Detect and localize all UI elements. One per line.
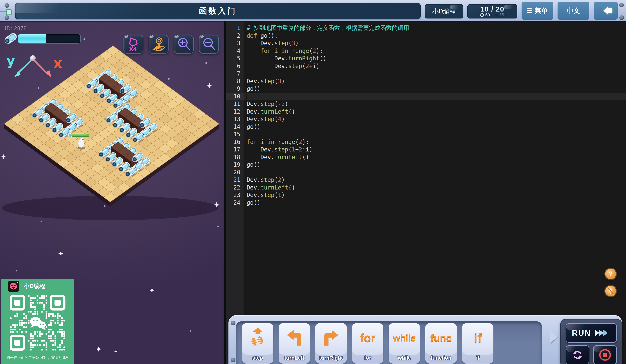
line-number: 24 (226, 199, 243, 206)
code-line[interactable]: 17 Dev.step(1+2*i) (226, 146, 626, 153)
code-editor[interactable]: 1# 找到地图中重复的部分，定义函数，根据需要完成函数的调用2def go():… (224, 21, 626, 364)
code-line[interactable]: 4 for i in range(2): (226, 47, 626, 55)
run-control-panel: RUN (560, 319, 622, 364)
while-icon: while (389, 325, 420, 351)
code-line[interactable]: 5 Dev.turnRight() (226, 55, 626, 62)
qr-panel: ✦ 小D编程 扫一扫上面的二维码图案，加我为朋友 (1, 279, 74, 364)
line-number: 16 (226, 138, 243, 145)
energy-stat: 60 (480, 13, 490, 17)
code-text: Dev.step(-2) (243, 100, 288, 107)
line-number: 14 (226, 123, 243, 130)
app-badge[interactable]: 小D编程 (425, 4, 463, 19)
code-line[interactable]: 13Dev.step(4) (226, 115, 626, 123)
palette-block-label: if (462, 355, 493, 361)
code-line[interactable]: 23Dev.step(1) (226, 191, 626, 199)
back-button[interactable] (594, 2, 618, 20)
back-arrow-icon (599, 6, 612, 15)
line-number: 8 (226, 78, 243, 85)
question-icon: ? (609, 270, 613, 278)
code-line[interactable]: 11Dev.step(-2) (226, 100, 626, 108)
stop-button[interactable] (593, 345, 617, 364)
code-line[interactable]: 22Dev.turnLeft() (226, 184, 626, 191)
language-label: 中文 (567, 6, 580, 15)
screw-icon (4, 15, 9, 20)
turn-right-icon (315, 325, 347, 351)
screw-icon (231, 358, 235, 362)
sparkle-icon: ✦ (16, 281, 19, 285)
svg-text:y: y (6, 53, 15, 68)
code-text: Dev.step(2+i) (243, 63, 319, 69)
palette-block-label: function (425, 355, 457, 361)
for-icon: for (352, 325, 383, 351)
code-line[interactable]: 8Dev.step(3) (226, 77, 626, 85)
code-line[interactable]: 3 Dev.step(3) (226, 39, 626, 47)
code-line[interactable]: 7 (226, 70, 626, 77)
palette-block-turnLeft[interactable]: turnLeft (278, 323, 310, 364)
code-lines[interactable]: 1# 找到地图中重复的部分，定义函数，根据需要完成函数的调用2def go():… (226, 24, 626, 206)
palette-block-label: turnLeft (278, 355, 310, 361)
code-line[interactable]: 19go() (226, 161, 626, 168)
code-text: go() (243, 199, 261, 206)
line-number: 4 (226, 47, 243, 54)
app-window: 函数入门 小D编程 10 / 20 60 19 菜单 中文 yx ID: 287… (0, 0, 626, 364)
palette-block-if[interactable]: ifif (462, 323, 493, 364)
qr-header: ✦ 小D编程 (8, 281, 45, 292)
code-text: Dev.step(3) (243, 40, 299, 47)
code-line[interactable]: 24go() (226, 199, 626, 207)
locate-map-button[interactable] (149, 34, 169, 54)
stop-icon (599, 349, 611, 361)
code-line[interactable]: 12Dev.turnLeft() (226, 108, 626, 116)
step-icon (242, 325, 273, 351)
level-title-plate: 函数入门 (15, 3, 421, 19)
menu-button[interactable]: 菜单 (522, 2, 553, 20)
code-text: def go(): (243, 32, 278, 39)
palette-block-turnRight[interactable]: turnRight (315, 323, 347, 364)
svg-text:x: x (53, 55, 62, 71)
code-line[interactable]: 18 Dev.turnLeft() (226, 153, 626, 161)
line-number: 19 (226, 161, 243, 168)
palette-scroll-chevron-icon[interactable] (550, 330, 557, 343)
code-line[interactable]: 21Dev.step(2) (226, 176, 626, 184)
code-line[interactable]: 16for i in range(2): (226, 138, 626, 146)
palette-block-label: while (389, 355, 420, 361)
level-stats: 60 19 (480, 13, 504, 17)
gem-icon (480, 13, 484, 17)
code-line[interactable]: 9go() (226, 85, 626, 93)
qr-account-name: 小D编程 (24, 282, 45, 290)
language-button[interactable]: 中文 (557, 2, 589, 20)
code-line[interactable]: 2def go(): (226, 32, 626, 40)
palette-block-for[interactable]: forfor (352, 323, 383, 364)
line-number: 22 (226, 184, 243, 191)
screw-icon (4, 3, 9, 8)
code-line[interactable]: 20 (226, 168, 626, 176)
code-line[interactable]: 15 (226, 131, 626, 138)
code-line[interactable]: 10 (226, 93, 626, 100)
code-line[interactable]: 6 Dev.step(2+i) (226, 62, 626, 70)
palette-block-function[interactable]: funcfunction (425, 323, 457, 364)
zoom-out-button[interactable] (199, 34, 219, 54)
screw-icon (231, 321, 235, 325)
code-text: Dev.step(2) (243, 176, 285, 183)
palette-block-label: for (352, 355, 383, 361)
palette-block-label: step (242, 355, 273, 361)
app-badge-label: 小D编程 (432, 7, 456, 16)
mute-button[interactable] (605, 286, 616, 297)
line-number: 12 (226, 108, 243, 115)
line-number: 6 (226, 63, 243, 69)
line-number: 20 (226, 169, 243, 176)
line-number: 11 (226, 100, 243, 107)
code-line[interactable]: 14go() (226, 123, 626, 131)
zoom-in-button[interactable] (174, 34, 194, 54)
palette-block-step[interactable]: step (242, 323, 273, 364)
bell-muted-icon (607, 287, 615, 295)
lines-stat: 19 (495, 13, 504, 17)
text-cursor (247, 94, 247, 100)
level-progress-plate: 10 / 20 60 19 (468, 4, 517, 19)
reset-button[interactable] (566, 345, 589, 364)
code-line[interactable]: 1# 找到地图中重复的部分，定义函数，根据需要完成函数的调用 (226, 24, 626, 32)
palette-block-while[interactable]: whilewhile (389, 323, 420, 364)
run-button[interactable]: RUN (566, 323, 617, 343)
play-speed-button[interactable]: X4 (123, 34, 143, 54)
help-button[interactable]: ? (605, 268, 616, 279)
axis-gizmo: yx (6, 53, 62, 78)
